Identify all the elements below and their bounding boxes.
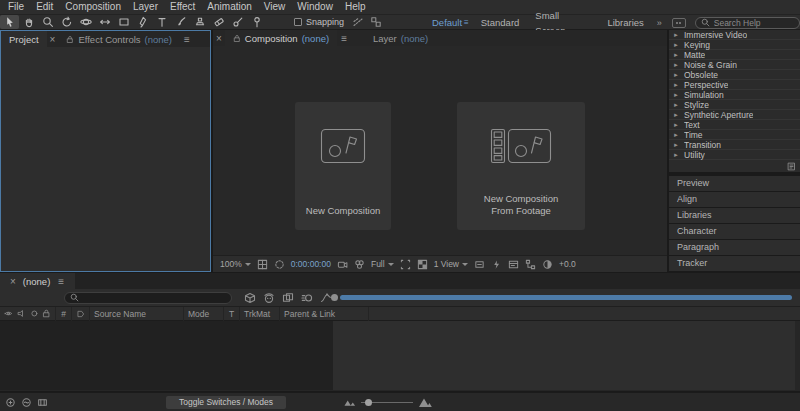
- menu-view[interactable]: View: [258, 0, 292, 14]
- menu-effect[interactable]: Effect: [164, 0, 201, 14]
- frame-blending-icon[interactable]: [282, 292, 294, 304]
- rotation-tool-button[interactable]: [57, 15, 76, 29]
- timeline-zoom-slider[interactable]: [344, 396, 432, 408]
- project-panel-body[interactable]: [1, 47, 210, 271]
- expand-triangle-icon[interactable]: ►: [673, 40, 680, 50]
- panel-header-preview[interactable]: Preview: [669, 176, 800, 191]
- audio-icon[interactable]: [17, 309, 26, 318]
- track-area[interactable]: [333, 321, 795, 390]
- panel-header-align[interactable]: Align: [669, 192, 800, 207]
- exposure-icon[interactable]: [542, 259, 553, 270]
- roto-brush-tool-button[interactable]: [228, 15, 247, 29]
- zoom-slider-track[interactable]: [361, 402, 413, 403]
- menu-file[interactable]: File: [2, 0, 30, 14]
- zoom-slider-handle[interactable]: [365, 399, 372, 406]
- workspace-menu-icon[interactable]: ≡: [464, 18, 469, 27]
- timeline-tab[interactable]: × (none) ≡: [0, 273, 75, 289]
- panel-header-paragraph[interactable]: Paragraph: [669, 240, 800, 255]
- column-source-name[interactable]: Source Name: [90, 307, 184, 321]
- current-time[interactable]: 0:00:00:00: [291, 259, 331, 269]
- timeline-search-input[interactable]: [83, 293, 226, 303]
- panel-header-libraries[interactable]: Libraries: [669, 208, 800, 223]
- column-trkmat[interactable]: TrkMat: [240, 307, 280, 321]
- effects-category-keying[interactable]: ►Keying: [669, 40, 800, 50]
- expand-triangle-icon[interactable]: ►: [673, 30, 680, 40]
- panel-menu-icon[interactable]: ≡: [180, 34, 194, 45]
- tab-effect-controls[interactable]: Effect Controls (none): [58, 31, 180, 47]
- timeline-search-box[interactable]: [64, 292, 232, 304]
- channels-icon[interactable]: [354, 259, 365, 270]
- solo-icon[interactable]: [30, 309, 39, 318]
- navigator-start-handle[interactable]: [331, 294, 338, 301]
- expand-triangle-icon[interactable]: ►: [673, 90, 680, 100]
- new-composition-button[interactable]: New Composition: [295, 102, 391, 230]
- tab-composition[interactable]: Composition (none): [225, 30, 337, 46]
- tab-project[interactable]: Project: [1, 31, 47, 47]
- pixel-aspect-icon[interactable]: [474, 259, 485, 270]
- timeline-navigator[interactable]: [340, 295, 792, 300]
- panel-menu-icon[interactable]: ≡: [54, 276, 68, 287]
- expand-triangle-icon[interactable]: ►: [673, 150, 680, 160]
- hand-tool-button[interactable]: [19, 15, 38, 29]
- fast-previews-icon[interactable]: [491, 259, 502, 270]
- column-t[interactable]: T: [224, 307, 240, 321]
- new-composition-from-footage-button[interactable]: New Composition From Footage: [457, 102, 585, 230]
- expand-in-out-icon[interactable]: [37, 397, 48, 408]
- expand-triangle-icon[interactable]: ►: [673, 70, 680, 80]
- video-visibility-icon[interactable]: [4, 309, 13, 318]
- menu-layer[interactable]: Layer: [127, 0, 164, 14]
- expand-triangle-icon[interactable]: ►: [673, 110, 680, 120]
- workspace-tab-standard[interactable]: Standard: [473, 15, 528, 30]
- resolution-dropdown[interactable]: Full: [371, 259, 394, 269]
- menu-window[interactable]: Window: [291, 0, 339, 14]
- help-search-box[interactable]: [695, 17, 800, 29]
- pan-behind-tool-button[interactable]: [95, 15, 114, 29]
- expand-triangle-icon[interactable]: ►: [673, 120, 680, 130]
- transparency-grid-icon[interactable]: [417, 259, 428, 270]
- workspace-overflow-icon[interactable]: »: [652, 18, 667, 28]
- panel-header-character[interactable]: Character: [669, 224, 800, 239]
- workspace-tab-libraries[interactable]: Libraries: [599, 15, 651, 30]
- type-tool-button[interactable]: [152, 15, 171, 29]
- timeline-button-icon[interactable]: [508, 259, 519, 270]
- snapshot-icon[interactable]: [337, 259, 348, 270]
- lock-column-icon[interactable]: [42, 309, 51, 318]
- panel-menu-icon[interactable]: ≡: [337, 33, 351, 44]
- rectangle-tool-button[interactable]: [114, 15, 133, 29]
- pen-tool-button[interactable]: [133, 15, 152, 29]
- eraser-tool-button[interactable]: [209, 15, 228, 29]
- effects-category-time[interactable]: ►Time: [669, 130, 800, 140]
- layer-list-area[interactable]: [0, 321, 333, 390]
- exposure-value[interactable]: +0.0: [559, 259, 576, 269]
- column-parent-link[interactable]: Parent & Link: [280, 307, 369, 321]
- magnification-dropdown[interactable]: 100%: [220, 259, 251, 269]
- region-of-interest-icon[interactable]: [400, 259, 411, 270]
- close-tab-icon[interactable]: ×: [47, 34, 59, 45]
- effects-category-immersive-video[interactable]: ►Immersive Video: [669, 30, 800, 40]
- effects-category-stylize[interactable]: ►Stylize: [669, 100, 800, 110]
- menu-edit[interactable]: Edit: [30, 0, 59, 14]
- orbit-camera-tool-button[interactable]: [76, 15, 95, 29]
- effects-category-transition[interactable]: ►Transition: [669, 140, 800, 150]
- column-index[interactable]: #: [56, 307, 72, 321]
- clone-stamp-tool-button[interactable]: [190, 15, 209, 29]
- zoom-tool-button[interactable]: [38, 15, 57, 29]
- brush-tool-button[interactable]: [171, 15, 190, 29]
- workspace-bar-icon[interactable]: [672, 18, 686, 28]
- effects-category-text[interactable]: ►Text: [669, 120, 800, 130]
- expand-triangle-icon[interactable]: ►: [673, 50, 680, 60]
- zoom-out-mountains-icon[interactable]: [344, 397, 356, 407]
- effects-category-noise-grain[interactable]: ►Noise & Grain: [669, 60, 800, 70]
- snapping-control[interactable]: Snapping: [294, 17, 344, 27]
- menu-help[interactable]: Help: [339, 0, 372, 14]
- expand-triangle-icon[interactable]: ►: [673, 130, 680, 140]
- toggle-switches-modes-button[interactable]: Toggle Switches / Modes: [166, 396, 286, 409]
- effects-category-simulation[interactable]: ►Simulation: [669, 90, 800, 100]
- expand-transfer-controls-icon[interactable]: [21, 397, 32, 408]
- menu-composition[interactable]: Composition: [59, 0, 127, 14]
- column-mode[interactable]: Mode: [184, 307, 224, 321]
- snap-edges-icon[interactable]: [352, 16, 364, 28]
- composition-mini-flowchart-icon[interactable]: [244, 292, 256, 304]
- help-search-input[interactable]: [714, 18, 794, 28]
- mask-visibility-icon[interactable]: [274, 259, 285, 270]
